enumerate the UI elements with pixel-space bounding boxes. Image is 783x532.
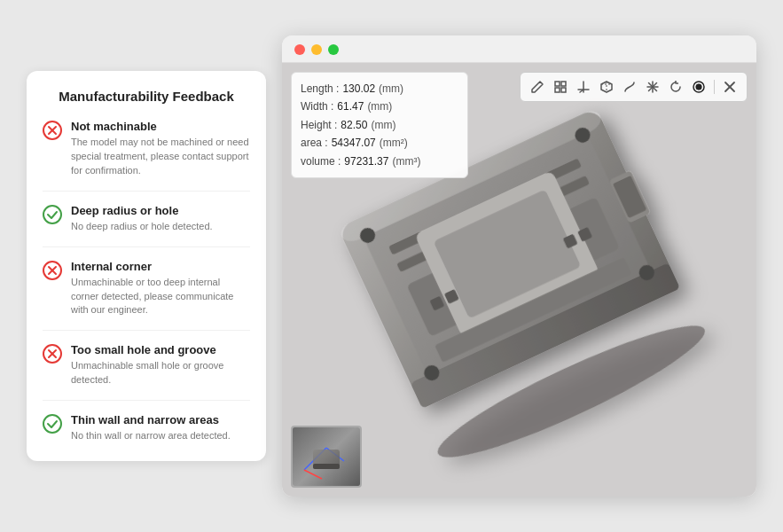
item-title-thin-wall: Thin wall and narrow areas [71,413,231,426]
svg-rect-13 [555,88,560,92]
info-volume-row: volume : 97231.37 (mm³) [301,153,458,170]
item-title-deep-radius: Deep radius or hole [71,204,213,217]
edit-tool-button[interactable] [528,77,547,97]
svg-line-53 [304,470,322,479]
volume-value: 97231.37 [344,153,388,170]
feedback-item-thin-wall: Thin wall and narrow areas No thin wall … [43,413,250,443]
error-icon-internal-corner [43,261,62,280]
cube-button[interactable] [597,77,616,97]
info-height-row: Height : 82.50 (mm) [301,116,458,134]
info-box: Length : 130.02 (mm) Width : 61.47 (mm) … [291,72,468,178]
close-viewer-button[interactable] [720,77,740,97]
svg-rect-55 [313,464,340,469]
feedback-item-deep-radius: Deep radius or hole No deep radius or ho… [43,204,250,247]
volume-label: volume : [301,153,341,170]
minimize-button[interactable] [311,44,322,55]
item-title-internal-corner: Internal corner [71,260,250,273]
width-unit: (mm) [367,98,392,115]
height-label: Height : [301,116,337,134]
toolbar-divider [714,80,715,94]
viewer-window: Length : 130.02 (mm) Width : 61.47 (mm) … [282,35,756,497]
length-value: 130.02 [342,80,375,98]
width-label: Width : [301,98,333,115]
item-desc-deep-radius: No deep radius or hole detected. [71,220,213,234]
feedback-panel: Manufacturability Feedback Not machinabl… [27,71,266,461]
grid-button[interactable] [551,77,570,97]
width-value: 61.47 [337,98,364,115]
arc-button[interactable] [620,77,639,97]
item-title-small-hole: Too small hole and groove [71,343,250,356]
ok-icon-thin-wall [43,414,62,434]
feedback-item-small-hole: Too small hole and groove Unmachinable s… [43,343,250,401]
feedback-item-internal-corner: Internal corner Unmachinable or too deep… [43,260,250,332]
height-unit: (mm) [371,116,395,134]
height-value: 82.50 [341,116,367,134]
item-desc-small-hole: Unmachinable small hole or groove detect… [71,359,250,387]
area-label: area : [301,134,328,152]
item-desc-thin-wall: No thin wall or narrow area detected. [71,429,231,443]
area-unit: (mm²) [380,134,408,152]
error-icon-small-hole [43,344,62,364]
settings-button[interactable] [689,77,709,97]
axes-button[interactable] [574,77,593,97]
length-unit: (mm) [379,80,403,98]
info-length-row: Length : 130.02 (mm) [301,80,458,98]
svg-rect-11 [555,82,560,86]
refresh-button[interactable] [666,77,685,97]
viewer-thumbnail[interactable] [291,426,362,488]
info-area-row: area : 54347.07 (mm²) [301,134,458,152]
app-container: Manufacturability Feedback Not machinabl… [0,0,783,532]
svg-point-3 [43,206,61,223]
ok-icon-deep-radius [43,205,62,224]
length-label: Length : [301,80,339,98]
asterisk-button[interactable] [643,77,662,97]
item-title-not-machinable: Not machinable [71,120,250,133]
window-titlebar [282,35,756,63]
viewer-content: Length : 130.02 (mm) Width : 61.47 (mm) … [282,63,756,497]
svg-point-26 [696,84,702,90]
info-width-row: Width : 61.47 (mm) [301,98,458,115]
svg-point-10 [43,415,61,433]
error-icon-not-machinable [43,121,62,140]
area-value: 54347.07 [332,134,376,152]
close-button[interactable] [294,44,305,55]
thumbnail-preview [295,430,357,483]
svg-rect-12 [561,82,566,86]
maximize-button[interactable] [328,44,339,55]
viewer-toolbar [520,72,748,102]
svg-rect-14 [561,88,566,92]
item-desc-not-machinable: The model may not be machined or need sp… [71,136,250,178]
feedback-item-not-machinable: Not machinable The model may not be mach… [43,120,250,192]
feedback-title: Manufacturability Feedback [43,89,250,104]
volume-unit: (mm³) [392,153,420,170]
item-desc-internal-corner: Unmachinable or too deep internal corner… [71,276,250,318]
